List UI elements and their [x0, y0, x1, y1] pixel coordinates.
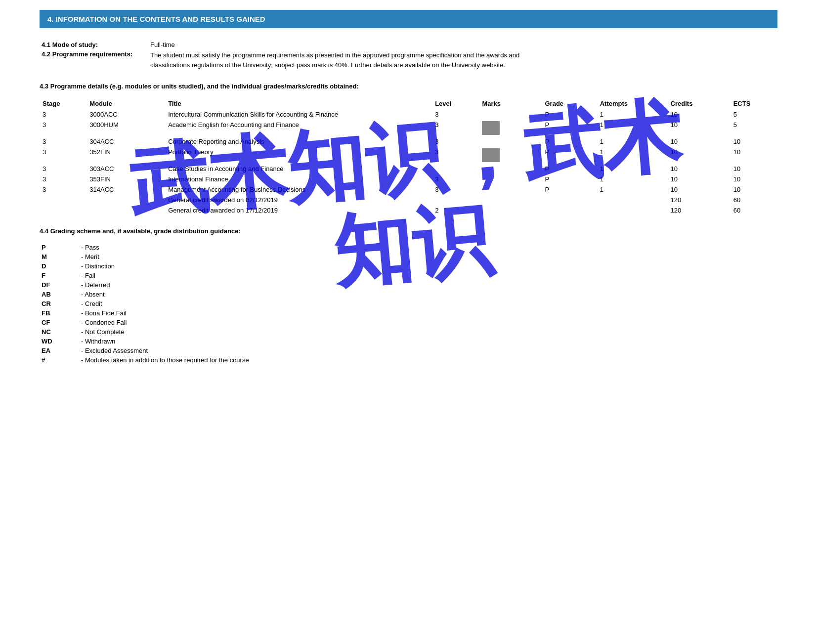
table-row: General credit awarded on 17/12/20192120…	[40, 205, 777, 215]
programme-requirements-row: 4.2 Programme requirements: The student …	[40, 49, 554, 71]
cell-marks	[479, 120, 542, 136]
grading-row: EA- Excluded Assessment	[40, 346, 251, 355]
cell-stage: 3	[40, 174, 86, 184]
cell-title: Case Studies in Accounting and Finance	[165, 164, 432, 174]
cell-attempts: 1	[597, 136, 668, 147]
cell-marks	[479, 184, 542, 195]
cell-stage	[40, 205, 86, 215]
cell-ects: 5	[731, 109, 777, 120]
cell-ects: 10	[731, 147, 777, 164]
grading-row: #- Modules taken in addition to those re…	[40, 355, 251, 365]
cell-module: 352FIN	[86, 147, 165, 164]
cell-marks	[479, 136, 542, 147]
cell-title: General credit awarded on 02/12/2019	[165, 195, 432, 205]
cell-ects: 10	[731, 184, 777, 195]
cell-level: 3	[432, 136, 479, 147]
cell-grade	[542, 205, 597, 215]
marks-redacted-box	[482, 121, 500, 135]
grade-code: M	[40, 252, 79, 261]
grading-row: CF- Condoned Fail	[40, 318, 251, 327]
grade-description: - Absent	[79, 290, 251, 299]
grading-row: M- Merit	[40, 252, 251, 261]
cell-attempts: 1	[597, 147, 668, 164]
cell-grade	[542, 195, 597, 205]
cell-ects: 10	[731, 174, 777, 184]
cell-title: Management Accounting for Business Decis…	[165, 184, 432, 195]
cell-credits: 120	[668, 195, 731, 205]
cell-credits: 10	[668, 109, 731, 120]
col-header-attempts: Attempts	[597, 98, 668, 109]
grade-code: CR	[40, 299, 79, 308]
cell-marks	[479, 205, 542, 215]
cell-marks	[479, 147, 542, 164]
cell-module: 314ACC	[86, 184, 165, 195]
col-header-stage: Stage	[40, 98, 86, 109]
cell-attempts	[597, 205, 668, 215]
grade-code: P	[40, 243, 79, 252]
section-44: 4.4 Grading scheme and, if available, gr…	[40, 227, 777, 365]
section-header: 4. INFORMATION ON THE CONTENTS AND RESUL…	[40, 10, 777, 28]
table-row: 33000ACCIntercultural Communication Skil…	[40, 109, 777, 120]
cell-attempts: 1	[597, 174, 668, 184]
grade-description: - Bona Fide Fail	[79, 308, 251, 318]
grade-description: - Pass	[79, 243, 251, 252]
grade-code: DF	[40, 280, 79, 290]
mode-of-study-row: 4.1 Mode of study: Full-time	[40, 40, 554, 49]
cell-marks	[479, 109, 542, 120]
grade-code: FB	[40, 308, 79, 318]
page-container: 4. INFORMATION ON THE CONTENTS AND RESUL…	[0, 0, 817, 375]
grade-description: - Modules taken in addition to those req…	[79, 355, 251, 365]
cell-attempts: 1	[597, 184, 668, 195]
grade-code: F	[40, 271, 79, 280]
cell-module	[86, 205, 165, 215]
grading-row: D- Distinction	[40, 261, 251, 271]
col-header-credits: Credits	[668, 98, 731, 109]
cell-stage: 3	[40, 184, 86, 195]
grading-row: CR- Credit	[40, 299, 251, 308]
cell-grade: P	[542, 164, 597, 174]
cell-attempts: 1	[597, 109, 668, 120]
cell-stage: 3	[40, 136, 86, 147]
programme-value: The student must satisfy the programme r…	[148, 49, 554, 71]
cell-module: 353FIN	[86, 174, 165, 184]
cell-module: 3000ACC	[86, 109, 165, 120]
cell-credits: 120	[668, 205, 731, 215]
grade-description: - Distinction	[79, 261, 251, 271]
cell-credits: 10	[668, 184, 731, 195]
cell-level: 3	[432, 184, 479, 195]
table-row: 3314ACCManagement Accounting for Busines…	[40, 184, 777, 195]
grade-code: CF	[40, 318, 79, 327]
grading-row: P- Pass	[40, 243, 251, 252]
grade-description: - Excluded Assessment	[79, 346, 251, 355]
cell-stage: 3	[40, 164, 86, 174]
grade-description: - Credit	[79, 299, 251, 308]
grade-description: - Merit	[79, 252, 251, 261]
cell-grade: P	[542, 109, 597, 120]
cell-credits: 10	[668, 147, 731, 164]
cell-attempts: 1	[597, 120, 668, 136]
cell-attempts	[597, 195, 668, 205]
table-row: General credit awarded on 02/12/20191206…	[40, 195, 777, 205]
table-row: 3303ACCCase Studies in Accounting and Fi…	[40, 164, 777, 174]
mode-value: Full-time	[148, 40, 554, 49]
study-info: 4.1 Mode of study: Full-time 4.2 Program…	[40, 40, 777, 71]
grade-code: WD	[40, 337, 79, 346]
cell-ects: 5	[731, 120, 777, 136]
cell-module: 3000HUM	[86, 120, 165, 136]
grading-row: FB- Bona Fide Fail	[40, 308, 251, 318]
cell-module: 304ACC	[86, 136, 165, 147]
cell-credits: 10	[668, 164, 731, 174]
section-header-text: 4. INFORMATION ON THE CONTENTS AND RESUL…	[47, 15, 265, 23]
cell-title: International Finance	[165, 174, 432, 184]
cell-marks	[479, 174, 542, 184]
cell-level: 3	[432, 109, 479, 120]
grade-code: #	[40, 355, 79, 365]
cell-title: General credit awarded on 17/12/2019	[165, 205, 432, 215]
cell-credits: 10	[668, 120, 731, 136]
col-header-grade: Grade	[542, 98, 597, 109]
grade-code: NC	[40, 327, 79, 337]
cell-marks	[479, 195, 542, 205]
cell-title: Corporate Reporting and Analysis	[165, 136, 432, 147]
col-header-level: Level	[432, 98, 479, 109]
cell-title: Intercultural Communication Skills for A…	[165, 109, 432, 120]
